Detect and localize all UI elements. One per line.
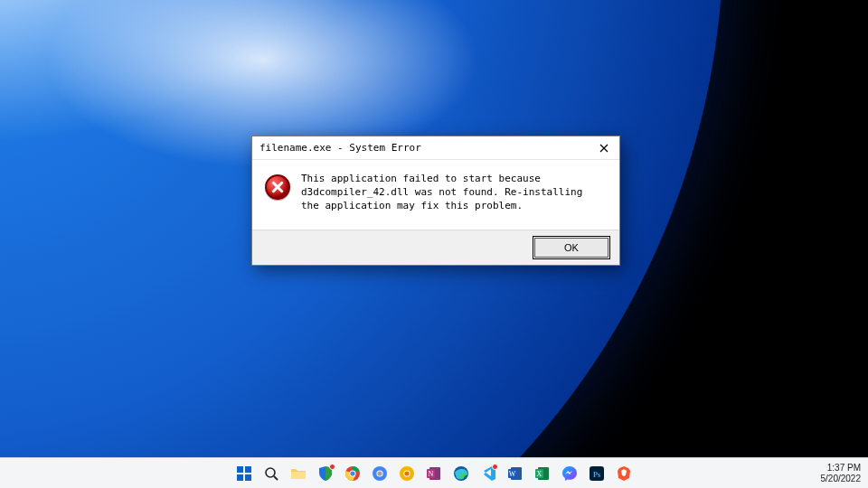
word-icon: W — [507, 465, 524, 482]
dialog-close-button[interactable] — [594, 140, 614, 156]
svg-line-5 — [274, 476, 278, 480]
svg-rect-1 — [245, 466, 251, 473]
taskbar-chrome-canary[interactable] — [396, 463, 418, 484]
dialog-message: This application failed to start because… — [301, 173, 605, 213]
taskbar-photoshop[interactable]: Ps — [586, 463, 608, 484]
taskbar-chrome[interactable] — [342, 463, 363, 484]
svg-point-15 — [404, 471, 409, 475]
chrome-canary-icon — [399, 465, 415, 482]
excel-icon: X — [534, 465, 551, 482]
taskbar-edge[interactable] — [450, 463, 472, 484]
svg-text:Ps: Ps — [593, 470, 600, 478]
dialog-button-row: OK — [252, 230, 619, 265]
taskbar-messenger[interactable] — [559, 463, 580, 484]
svg-text:W: W — [509, 470, 516, 478]
desktop: filename.exe - System Error This applica… — [0, 0, 868, 488]
dialog-body: This application failed to start because… — [252, 160, 619, 230]
photoshop-icon: Ps — [589, 465, 605, 482]
taskbar-tray: 1:37 PM 5/20/2022 — [821, 458, 862, 488]
error-dialog: filename.exe - System Error This applica… — [251, 136, 620, 266]
error-icon — [265, 174, 290, 200]
chrome-beta-icon — [372, 465, 388, 482]
clock-time: 1:37 PM — [821, 463, 862, 474]
taskbar-file-explorer[interactable] — [288, 463, 309, 484]
svg-rect-3 — [245, 474, 251, 481]
onenote-icon: N — [426, 465, 442, 482]
svg-rect-0 — [237, 466, 243, 473]
svg-point-12 — [377, 471, 382, 475]
svg-point-4 — [266, 468, 275, 477]
taskbar-excel[interactable]: X — [532, 463, 553, 484]
taskbar-search-button[interactable] — [260, 463, 282, 484]
ok-button[interactable]: OK — [534, 238, 609, 258]
badge-icon — [492, 464, 498, 470]
search-icon — [263, 465, 279, 482]
svg-text:N: N — [429, 470, 434, 478]
windows-start-icon — [236, 465, 252, 482]
taskbar-vscode[interactable] — [477, 463, 499, 484]
clock-date: 5/20/2022 — [821, 474, 862, 484]
badge-icon — [329, 464, 335, 470]
chrome-icon — [344, 465, 361, 482]
messenger-icon — [561, 465, 578, 482]
dialog-titlebar[interactable]: filename.exe - System Error — [252, 136, 619, 160]
brave-icon — [616, 465, 632, 482]
dialog-title: filename.exe - System Error — [259, 142, 421, 154]
taskbar-center: N W — [233, 463, 635, 484]
edge-icon — [453, 465, 469, 482]
folder-icon — [290, 465, 307, 482]
close-icon — [599, 144, 609, 153]
taskbar-clock[interactable]: 1:37 PM 5/20/2022 — [821, 463, 862, 483]
taskbar-word[interactable]: W — [505, 463, 526, 484]
taskbar-start-button[interactable] — [233, 463, 255, 484]
svg-rect-6 — [291, 472, 306, 479]
svg-point-9 — [350, 471, 354, 475]
taskbar-security-alert[interactable] — [315, 463, 336, 484]
taskbar-brave[interactable] — [613, 463, 635, 484]
svg-rect-2 — [237, 474, 243, 481]
svg-text:X: X — [537, 470, 542, 478]
taskbar-onenote[interactable]: N — [423, 463, 445, 484]
taskbar-chrome-beta[interactable] — [369, 463, 391, 484]
taskbar: N W — [0, 457, 868, 488]
